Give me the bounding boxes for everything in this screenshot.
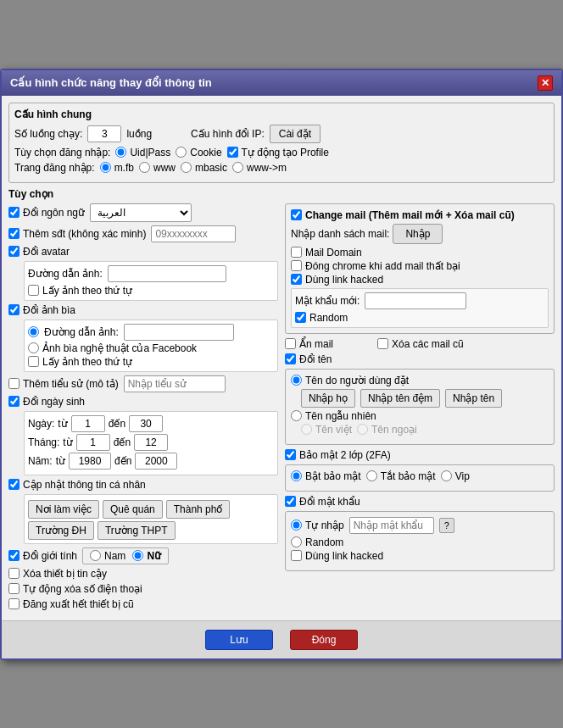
- dong-chrome-check[interactable]: Đóng chrome khi add mail thất bại: [291, 260, 460, 272]
- vip-radio[interactable]: Vip: [441, 470, 470, 482]
- cookie-option[interactable]: Cookie: [176, 147, 221, 158]
- doi-ten-box: Tên do người dùng đặt Nhập họ Nhập tên đ…: [285, 369, 555, 445]
- xoa-mail-cu-check[interactable]: Xóa các mail cũ: [377, 338, 464, 350]
- dialog-title: Cấu hình chức năng thay đổi thông tin: [10, 76, 212, 89]
- nu-radio[interactable]: Nữ: [132, 550, 161, 562]
- www-option[interactable]: www: [139, 162, 176, 174]
- doi-mat-khau-check[interactable]: Đổi mật khẩu: [285, 496, 360, 508]
- nam-den-input[interactable]: [135, 453, 177, 470]
- help-button[interactable]: ?: [439, 518, 454, 533]
- doi-ngon-ngu-check[interactable]: Đổi ngôn ngữ: [8, 207, 85, 219]
- close-button[interactable]: ✕: [538, 75, 553, 91]
- dung-link-hacked-check[interactable]: Dùng link hacked: [291, 274, 383, 286]
- mat-khau-moi-input[interactable]: [365, 292, 466, 309]
- thang-tu-input[interactable]: [76, 434, 110, 451]
- duong-dan-anh-label: Đường dẫn ảnh:: [28, 268, 103, 280]
- tat-bao-mat-radio[interactable]: Tắt bảo mật: [366, 470, 436, 482]
- dang-xuat-check[interactable]: Đăng xuất hết thiết bị cũ: [8, 598, 134, 610]
- nhap-ten-dem-btn[interactable]: Nhập tên đệm: [360, 389, 440, 408]
- change-mail-check[interactable]: Change mail (Thêm mail mới + Xóa mail cũ…: [291, 209, 515, 221]
- den-label1: đến: [109, 418, 125, 430]
- doi-ten-check[interactable]: Đổi tên: [285, 353, 332, 365]
- dong-button[interactable]: Đóng: [290, 630, 358, 650]
- bao-mat-check[interactable]: Bảo mật 2 lớp (2FA): [285, 449, 391, 461]
- ten-ngau-nhien-radio[interactable]: Tên ngẫu nhiên: [291, 410, 376, 422]
- tu-label3: từ: [56, 455, 65, 467]
- dung-link-hacked-mk-check[interactable]: Dùng link hacked: [291, 550, 383, 562]
- nhap-ho-btn[interactable]: Nhập họ: [301, 389, 355, 408]
- mat-khau-moi-box: Mật khẩu mới: Random: [291, 288, 549, 328]
- ngay-den-input[interactable]: [129, 415, 163, 432]
- ten-nguoi-dung-radio[interactable]: Tên do người dùng đặt: [291, 375, 409, 386]
- random-mk-radio[interactable]: Random: [291, 536, 343, 548]
- anh-bia-box: Đường dẫn ảnh: Ảnh bìa nghệ thuật của Fa…: [24, 320, 278, 372]
- tuy-chon-dang-nhap-label: Tùy chọn đăng nhập:: [14, 147, 110, 158]
- uid-pass-option[interactable]: Uid|Pass: [115, 147, 170, 158]
- them-sdt-check[interactable]: Thêm sđt (không xác minh): [8, 228, 146, 240]
- random-check[interactable]: Random: [295, 312, 544, 324]
- left-column: Đổi ngôn ngữ العربية Thêm sđt (không xác…: [8, 203, 278, 614]
- doi-mat-khau-box: Tự nhập ? Random Dùng link hacked: [285, 511, 555, 571]
- gioi-tinh-box: Nam Nữ: [82, 547, 169, 564]
- doi-avatar-check[interactable]: Đổi avatar: [8, 246, 70, 258]
- ten-ngoai-radio[interactable]: Tên ngoại: [357, 424, 417, 436]
- tu-nhap-radio[interactable]: Tự nhập: [291, 520, 344, 531]
- thang-den-input[interactable]: [134, 434, 168, 451]
- luong-suffix: luồng: [126, 128, 152, 140]
- luu-button[interactable]: Lưu: [205, 630, 273, 650]
- change-mail-section: Change mail (Thêm mail mới + Xóa mail cũ…: [285, 203, 555, 334]
- thanh-pho-btn[interactable]: Thành phố: [166, 500, 231, 519]
- sdt-input[interactable]: [151, 225, 236, 242]
- an-mail-check[interactable]: Ẩn mail: [285, 338, 333, 350]
- nam-tu-input[interactable]: [69, 453, 111, 470]
- truong-dh-btn[interactable]: Trường ĐH: [28, 521, 94, 540]
- them-tieu-su-check[interactable]: Thêm tiểu sử (mô tả): [8, 378, 119, 390]
- cau-hinh-chung-title: Cấu hình chung: [14, 108, 549, 120]
- bat-bao-mat-radio[interactable]: Bật bảo mật: [291, 470, 361, 482]
- ten-viet-radio[interactable]: Tên việt: [301, 424, 352, 436]
- nghe-thuat-radio[interactable]: Ảnh bìa nghệ thuật của Facebook: [28, 342, 197, 354]
- wwwm-option[interactable]: www->m: [232, 162, 287, 174]
- title-bar: Cấu hình chức năng thay đổi thông tin ✕: [2, 70, 561, 96]
- nhap-ten-btn[interactable]: Nhập tên: [445, 389, 502, 408]
- cap-nhat-tt-check[interactable]: Cập nhật thông tin cá nhân: [8, 479, 146, 491]
- mail-domain-check[interactable]: Mail Domain: [291, 247, 362, 258]
- ngay-label: Ngày:: [28, 418, 54, 430]
- doi-gioi-tinh-check[interactable]: Đổi giới tính: [8, 550, 77, 562]
- right-column: Change mail (Thêm mail mới + Xóa mail cũ…: [285, 203, 555, 614]
- lang-select[interactable]: العربية: [90, 203, 192, 222]
- mat-khau-input[interactable]: [349, 517, 434, 534]
- bao-mat-box: Bật bảo mật Tắt bảo mật Vip: [285, 464, 555, 492]
- thang-label: Tháng:: [28, 436, 59, 448]
- footer: Lưu Đóng: [2, 620, 561, 659]
- nam-radio[interactable]: Nam: [90, 550, 125, 562]
- tieu-su-input[interactable]: [124, 375, 226, 392]
- trang-dang-nhap-label: Trang đăng nhập:: [14, 162, 95, 174]
- lay-anh-avatar-check[interactable]: Lấy ảnh theo thứ tự: [28, 285, 274, 297]
- so-luong-input[interactable]: [87, 125, 121, 142]
- ngay-sinh-box: Ngày: từ đến Tháng: từ đến Năm:: [24, 411, 278, 475]
- doi-ngay-sinh-check[interactable]: Đổi ngày sinh: [8, 396, 85, 408]
- den-label3: đến: [114, 455, 131, 467]
- que-quan-btn[interactable]: Quê quán: [103, 500, 163, 519]
- tu-dong-tao-profile[interactable]: Tự động tạo Profile: [227, 147, 329, 158]
- nhap-mail-btn[interactable]: Nhập: [393, 224, 443, 244]
- caidat-button[interactable]: Cài đặt: [270, 125, 321, 143]
- ngay-tu-input[interactable]: [71, 415, 105, 432]
- duong-dan-anh-radio[interactable]: [28, 326, 39, 337]
- cau-hinh-chung-section: Cấu hình chung Số luồng chạy: luồng Cấu …: [8, 103, 555, 183]
- doi-anh-bia-check[interactable]: Đổi ảnh bìa: [8, 304, 75, 316]
- tuy-chon-title: Tùy chọn: [8, 188, 555, 200]
- xoa-thiet-bi-check[interactable]: Xóa thiết bị tin cậy: [8, 568, 107, 580]
- anh-bia-url-input[interactable]: [124, 324, 234, 341]
- tu-dong-xoa-sdt-check[interactable]: Tự động xóa số điện thoại: [8, 583, 142, 595]
- mbasic-option[interactable]: mbasic: [181, 162, 227, 174]
- lay-anh-bia-check[interactable]: Lấy ảnh theo thứ tự: [28, 356, 274, 368]
- noi-lam-viec-btn[interactable]: Nơi làm việc: [28, 500, 99, 519]
- avatar-url-input[interactable]: [108, 265, 226, 282]
- mat-khau-moi-label: Mật khẩu mới:: [295, 295, 360, 307]
- truong-thpt-btn[interactable]: Trường THPT: [98, 521, 176, 540]
- so-luong-chay-label: Số luồng chạy:: [14, 128, 82, 140]
- mfb-option[interactable]: m.fb: [100, 162, 134, 174]
- cap-nhat-box: Nơi làm việc Quê quán Thành phố Trường Đ…: [24, 494, 278, 544]
